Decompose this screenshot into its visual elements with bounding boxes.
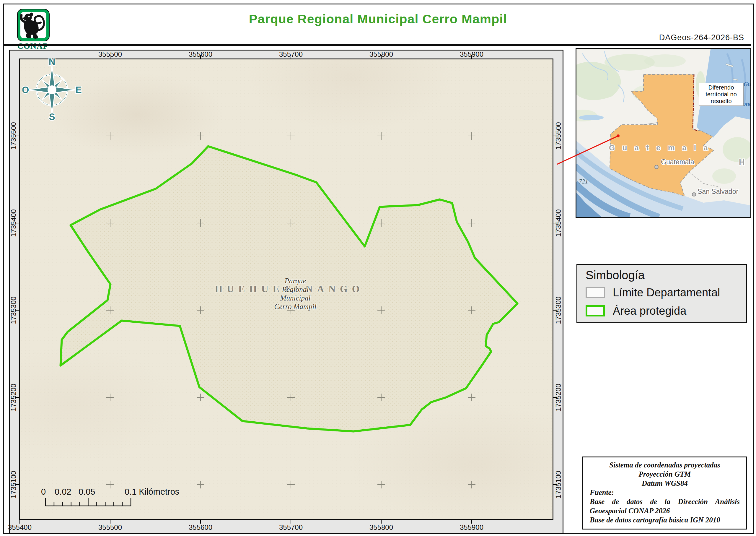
axis-tick [110,520,110,523]
inset-lagoon [579,115,604,120]
crs-line: Proyección GTM [590,470,740,479]
departmental-limit-swatch [585,287,605,298]
axis-tick [16,397,19,398]
park-name-line: Regional [250,285,341,294]
inset-country-label: G u a t e m a l a [609,143,710,152]
axis-tick [471,520,472,523]
inset-san-salvador-dot [692,193,696,196]
scale-bar [41,496,139,508]
inset-guatemala-city-dot [655,165,658,169]
park-name-line: Parque [250,277,341,285]
territorial-note: Diferendo territorial no resuelto [699,83,743,106]
compass-south-label: S [49,112,55,121]
axis-tick [553,484,557,485]
scale-label-01km: 0.1 Kilómetros [125,487,179,497]
document-id: DAGeos-264-2026-BS [659,33,744,42]
crs-line: Sistema de coordenadas proyectadas [590,460,740,470]
source-line: Base de datos cartografía básica IGN 201… [590,515,740,524]
axis-tick [16,223,19,223]
x-axis-label-bottom: 355400 [5,523,35,531]
x-axis-label-bottom: 355500 [95,523,125,531]
inset-honduras-partial-label: H o [739,158,750,167]
axis-tick [553,310,557,311]
inset-leader-line [554,132,621,168]
compass-west-label: O [22,85,29,95]
inset-depth-label: 721 [579,178,588,185]
axis-tick [381,55,382,58]
axis-tick [16,484,19,485]
header-divider [4,44,751,46]
axis-tick [110,55,110,58]
scale-label-0: 0 [41,487,46,497]
info-box: Sistema de coordenadas proyectadas Proye… [583,456,747,529]
inset-city2-label: San Salvador [698,187,738,195]
legend: Simbología Límite Departamental Área pro… [577,264,747,323]
map-sheet: CONAP Parque Regional Municipal Cerro Ma… [0,0,756,536]
axis-tick [553,223,557,223]
x-axis-label-bottom: 355900 [457,523,487,531]
legend-title: Simbología [585,269,645,282]
compass-rose-icon: N S E O [22,58,81,121]
axis-tick [291,520,291,523]
park-name-line: Cerro Mampil [250,302,341,311]
x-axis-label-bottom: 355800 [366,523,396,531]
axis-tick [553,136,557,136]
note-line: resuelto [699,98,743,105]
park-name-label: Parque Regional Municipal Cerro Mampil [250,277,341,311]
axis-tick [16,136,19,136]
compass-east-label: E [76,85,81,95]
x-axis-label-bottom: 355700 [276,523,306,531]
legend-item-label: Límite Departamental [613,286,720,299]
source-line: Base de datos de la Dirección Análisis G… [590,497,740,515]
scale-label-002: 0.02 [55,487,71,497]
axis-tick [200,520,201,523]
x-axis-label-bottom: 355600 [186,523,215,531]
crs-line: Datum WGS84 [590,479,740,488]
note-line: territorial no [699,91,743,98]
axis-tick [19,520,20,523]
compass-north-label: N [49,58,55,67]
legend-item-label: Área protegida [613,305,686,318]
scale-label-005: 0.05 [79,487,95,497]
inset-water-label-1: Gu [743,81,750,87]
park-name-line: Municipal [250,294,341,302]
page-title: Parque Regional Municipal Cerro Mampil [0,12,756,26]
axis-tick [291,55,291,58]
source-title: Fuente: [590,488,740,497]
note-line: Diferendo [699,84,743,91]
axis-tick [381,520,382,523]
axis-tick [16,310,19,311]
inset-city-label: Guatemala [661,158,694,166]
axis-tick [200,55,201,58]
axis-tick [471,55,472,58]
axis-tick [553,397,557,398]
protected-area-swatch [585,305,605,317]
